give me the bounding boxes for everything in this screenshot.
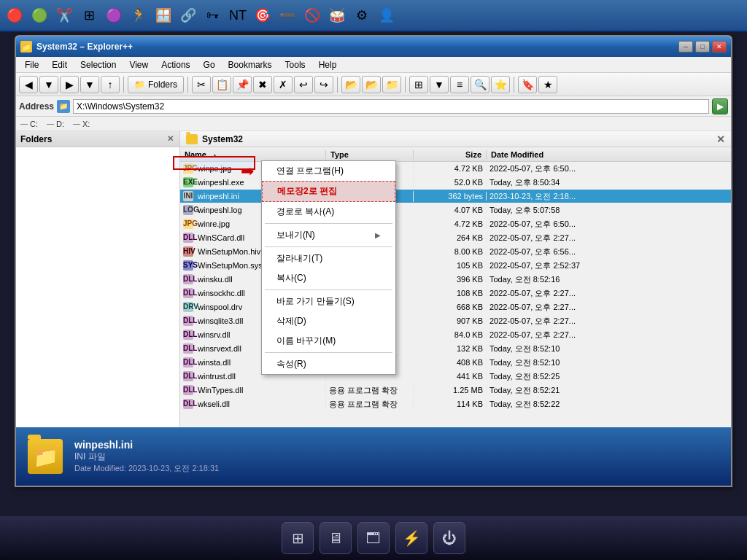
- taskbar-icon-4[interactable]: ⊞: [77, 4, 101, 27]
- taskbar-icon-5[interactable]: 🟣: [102, 4, 125, 27]
- filter-btn[interactable]: 🔍: [471, 76, 489, 93]
- taskbar-icon-11[interactable]: 🎯: [251, 4, 274, 27]
- taskbar-icon-6[interactable]: 🏃: [127, 4, 150, 27]
- menu-edit[interactable]: Edit: [46, 58, 73, 71]
- context-menu-item[interactable]: 복사(C): [262, 268, 395, 288]
- file-name-text: winsockhc.dll: [198, 289, 245, 298]
- favorite-btn[interactable]: ⭐: [491, 76, 510, 93]
- copy-to-button[interactable]: 📂: [341, 76, 360, 93]
- star-btn[interactable]: ★: [538, 76, 557, 93]
- top-taskbar: 🔴 🟢 ✂️ ⊞ 🟣 🏃 🪟 🔗 🗝 NT 🎯 ➖ 🚫 🥁 ⚙ 👤: [0, 0, 747, 32]
- redo-button[interactable]: ↪: [314, 76, 333, 93]
- back-button[interactable]: ◀: [19, 76, 38, 93]
- taskbar-icon-3[interactable]: ✂️: [53, 4, 76, 27]
- menu-help[interactable]: Help: [313, 58, 343, 71]
- taskbar-icon-15[interactable]: ⚙: [350, 4, 374, 27]
- address-bar: Address 📁 ▶: [16, 96, 731, 117]
- forward-dropdown[interactable]: ▼: [80, 76, 99, 93]
- context-menu-item[interactable]: 이름 바꾸기(M): [262, 331, 395, 351]
- table-row[interactable]: DLL wkseli.dll 응용 프로그램 확장 114 KB Today, …: [180, 397, 731, 411]
- folders-button[interactable]: 📁 Folders: [128, 76, 184, 93]
- folders-close-button[interactable]: ✕: [166, 134, 175, 144]
- context-menu-item[interactable]: 삭제(D): [262, 311, 395, 331]
- close-button[interactable]: ✕: [712, 41, 727, 52]
- menu-view[interactable]: View: [123, 58, 154, 71]
- view-btn[interactable]: ⊞: [409, 76, 428, 93]
- cut-button[interactable]: ✂: [192, 76, 211, 93]
- menu-actions[interactable]: Actions: [155, 58, 196, 71]
- toolbar-sep-5: [514, 77, 514, 93]
- file-date-cell: 2023-10-23, 오전 2:18...: [487, 191, 731, 202]
- col-header-name[interactable]: Name ▲: [180, 150, 326, 159]
- taskbar-tools-icon[interactable]: ⚡: [395, 522, 427, 554]
- taskbar-icon-9[interactable]: 🗝: [201, 4, 225, 27]
- paste-button[interactable]: 📌: [233, 76, 252, 93]
- menu-selection[interactable]: Selection: [74, 58, 122, 71]
- col-header-date[interactable]: Date Modified: [487, 150, 731, 159]
- taskbar-icon-12[interactable]: ➖: [276, 4, 299, 27]
- move-to-button[interactable]: 📂: [362, 76, 381, 93]
- info-date: Date Modified: 2023-10-23, 오전 2:18:31: [74, 463, 219, 474]
- maximize-button[interactable]: □: [695, 41, 710, 52]
- file-type-icon: LOG: [183, 205, 193, 215]
- menu-file[interactable]: File: [19, 58, 44, 71]
- file-type-icon: JPG: [183, 219, 193, 229]
- taskbar-icon-14[interactable]: 🥁: [325, 4, 349, 27]
- menu-tools[interactable]: Tools: [279, 58, 311, 71]
- table-row[interactable]: DLL WinTypes.dll 응용 프로그램 확장 1.25 MB Toda…: [180, 384, 731, 397]
- context-menu-item[interactable]: 메모장2로 편집: [262, 181, 395, 202]
- delete-perm-button[interactable]: ✗: [274, 76, 293, 93]
- back-dropdown[interactable]: ▼: [39, 76, 58, 93]
- file-list-close-button[interactable]: ✕: [716, 133, 725, 145]
- drive-c[interactable]: — C:: [20, 120, 38, 128]
- folders-tree[interactable]: [16, 147, 179, 427]
- context-menu-item-label: 복사(C): [276, 272, 306, 284]
- delete-button[interactable]: ✖: [253, 76, 272, 93]
- file-name-text: winsta.dll: [198, 358, 231, 367]
- view-dropdown[interactable]: ▼: [430, 76, 449, 93]
- file-type-icon: INI: [183, 191, 193, 201]
- bookmark-btn[interactable]: 🔖: [518, 76, 537, 93]
- copy-button[interactable]: 📋: [212, 76, 231, 93]
- file-type-cell: 응용 프로그램 확장: [326, 399, 414, 410]
- context-menu-item[interactable]: 경로로 복사(A): [262, 202, 395, 222]
- context-menu-item[interactable]: 속성(R): [262, 354, 395, 374]
- taskbar-icon-2[interactable]: 🟢: [28, 4, 51, 27]
- drive-d[interactable]: — D:: [47, 120, 64, 128]
- address-input[interactable]: [73, 99, 709, 114]
- forward-button[interactable]: ▶: [60, 76, 79, 93]
- address-go-button[interactable]: ▶: [712, 98, 728, 114]
- file-list-title-text: System32: [202, 134, 243, 144]
- context-menu-item[interactable]: 바로 가기 만들기(S): [262, 292, 395, 311]
- context-menu-item[interactable]: 연결 프로그램(H): [262, 161, 395, 181]
- drive-x[interactable]: — X:: [73, 120, 90, 128]
- grid-btn[interactable]: ≡: [450, 76, 469, 93]
- menu-go[interactable]: Go: [198, 58, 221, 71]
- new-folder-button[interactable]: 📁: [382, 76, 401, 93]
- context-menu-item[interactable]: 보내기(N)▶: [262, 225, 395, 245]
- file-size-cell: 4.72 KB: [414, 219, 487, 228]
- file-name-text: winsrvext.dll: [198, 344, 241, 353]
- col-header-type[interactable]: Type: [326, 150, 414, 159]
- drive-d-label: D:: [56, 120, 64, 128]
- taskbar-icon-10[interactable]: NT: [226, 4, 249, 27]
- minimize-button[interactable]: ─: [678, 41, 693, 52]
- taskbar-files-icon[interactable]: 🗔: [357, 522, 390, 554]
- up-button[interactable]: ↑: [101, 76, 120, 93]
- taskbar-icon-16[interactable]: 👤: [375, 4, 398, 27]
- col-header-size[interactable]: Size: [414, 150, 487, 159]
- taskbar-icon-13[interactable]: 🚫: [301, 4, 324, 27]
- taskbar-power-icon[interactable]: ⏻: [433, 522, 465, 554]
- file-type-icon: DLL: [183, 330, 193, 340]
- file-name-text: WinSetupMon.hiv: [198, 247, 260, 256]
- file-size-cell: 105 KB: [414, 261, 487, 270]
- file-name-text: winsrv.dll: [198, 330, 230, 339]
- taskbar-icon-8[interactable]: 🔗: [177, 4, 200, 27]
- taskbar-icon-7[interactable]: 🪟: [152, 4, 175, 27]
- taskbar-icon-1[interactable]: 🔴: [3, 4, 26, 27]
- taskbar-computer-icon[interactable]: 🖥: [320, 522, 352, 554]
- start-button[interactable]: ⊞: [282, 522, 314, 554]
- undo-button[interactable]: ↩: [294, 76, 313, 93]
- menu-bookmarks[interactable]: Bookmarks: [222, 58, 278, 71]
- context-menu-item[interactable]: 잘라내기(T): [262, 249, 395, 268]
